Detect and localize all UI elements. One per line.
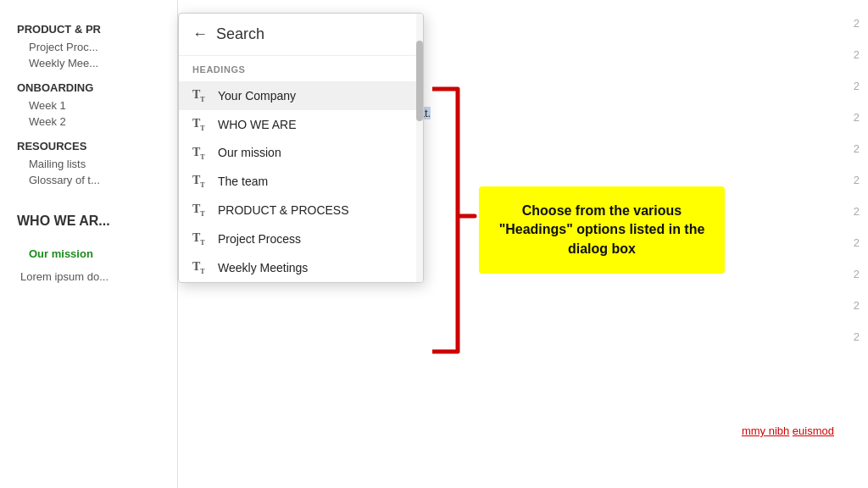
heading-label-product-process: PRODUCT & PROCESS [218,203,349,217]
sidebar-item-weekly-mee[interactable]: Weekly Mee... [17,55,160,71]
tt-icon-6: TT [192,231,209,247]
heading-item-weekly-meetings[interactable]: TT Weekly Meetings [179,253,423,282]
sidebar-item-week1[interactable]: Week 1 [17,97,160,114]
callout-text: Choose from the various "Headings" optio… [499,203,705,256]
num-3: 2 [854,80,860,92]
num-8: 2 [854,236,860,249]
tt-icon-5: TT [192,202,209,218]
sidebar-who-we-are[interactable]: WHO WE AR... [17,214,160,229]
sidebar-section-title-product: PRODUCT & PR [17,23,160,36]
heading-label-the-team: The team [218,175,268,188]
lorem-right-euismod: euismod [793,424,834,437]
heading-item-the-team[interactable]: TT The team [179,167,423,196]
lorem-right-red: mmy nibh [742,424,789,437]
tt-icon-4: TT [192,174,209,189]
sidebar-section-resources: RESOURCES Mailing lists Glossary of t... [17,140,160,188]
lorem-right-text: mmy nibh euismod [742,424,834,437]
heading-item-product-process[interactable]: TT PRODUCT & PROCESS [179,196,423,225]
heading-label-your-company: Your Company [218,89,296,103]
sidebar-section-title-resources: RESOURCES [17,140,160,152]
dialog-scrollbar[interactable] [416,14,423,282]
sidebar-our-mission[interactable]: Our mission [17,246,160,262]
heading-label-our-mission: Our mission [218,146,281,159]
num-7: 2 [854,205,860,218]
sidebar-section-product: PRODUCT & PR Project Proc... Weekly Mee.… [17,23,160,71]
tt-icon-7: TT [192,260,209,275]
numbers-column: 2 2 2 2 2 2 2 2 2 2 2 [854,17,860,343]
tt-icon-3: TT [192,146,209,161]
red-bracket-annotation [424,80,483,360]
num-11: 2 [854,330,860,343]
sidebar-item-week2[interactable]: Week 2 [17,114,160,130]
num-10: 2 [854,299,860,312]
sidebar-item-mailing[interactable]: Mailing lists [17,156,160,172]
back-arrow-icon[interactable]: ← [192,25,208,43]
heading-item-project-process[interactable]: TT Project Process [179,225,423,253]
heading-item-your-company[interactable]: TT Your Company [179,81,423,110]
num-9: 2 [854,268,860,280]
sidebar-section-title-onboarding: ONBOARDING [17,81,160,94]
sidebar-lorem-line1: Lorem ipsum do... [20,270,160,283]
heading-label-weekly-meetings: Weekly Meetings [218,261,308,274]
heading-item-our-mission[interactable]: TT Our mission [179,139,423,168]
headings-section-label: HEADINGS [192,64,409,75]
tt-icon-1: TT [192,88,209,103]
num-4: 2 [854,111,860,124]
tt-icon-2: TT [192,117,209,132]
num-2: 2 [854,48,860,61]
sidebar-item-project-proc[interactable]: Project Proc... [17,39,160,55]
heading-item-who-we-are[interactable]: TT WHO WE ARE [179,110,423,139]
sidebar-section-onboarding: ONBOARDING Week 1 Week 2 [17,81,160,130]
num-5: 2 [854,142,860,155]
heading-label-who-we-are: WHO WE ARE [218,118,297,131]
search-label: Search [216,25,264,43]
document-sidebar: PRODUCT & PR Project Proc... Weekly Mee.… [0,0,178,488]
heading-label-project-process: Project Process [218,232,301,246]
num-1: 2 [854,17,860,30]
search-dialog-section: HEADINGS [179,56,423,81]
dialog-scrollbar-thumb [416,41,423,121]
num-6: 2 [854,174,860,186]
sidebar-item-glossary[interactable]: Glossary of t... [17,172,160,188]
search-dialog-header: ← Search [179,14,423,56]
callout-box: Choose from the various "Headings" optio… [479,186,725,274]
search-dialog: ← Search HEADINGS TT Your Company TT WHO… [178,13,424,283]
